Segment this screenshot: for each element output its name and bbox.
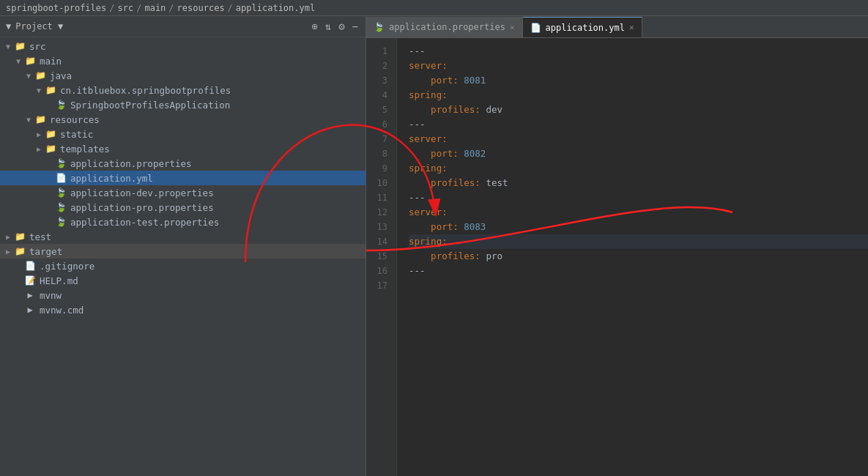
code-line-8: port: 8082 — [409, 146, 868, 161]
tab-app-yml[interactable]: 📄 application.yml ✕ — [523, 17, 642, 37]
line-number-8: 8 — [366, 146, 392, 161]
breadcrumb-resources: resources — [177, 3, 225, 13]
folder-icon-src: 📁 — [13, 40, 26, 52]
tree-item-app-dev[interactable]: 🍃 application-dev.properties — [0, 185, 366, 200]
properties-icon: 🍃 — [54, 157, 67, 169]
properties-test-icon: 🍃 — [54, 216, 67, 228]
code-line-15: profiles: pro — [409, 249, 868, 264]
title-bar: springboot-profiles / src / main / resou… — [0, 0, 868, 16]
code-line-6: --- — [409, 117, 868, 132]
editor-tabs: 🍃 application.properties ✕ 📄 application… — [366, 16, 868, 38]
sidebar-toolbar: ▼ Project ▼ ⊕ ⇅ ⚙ − — [0, 16, 366, 37]
tree-item-java[interactable]: ▼ 📁 java — [0, 68, 366, 83]
folder-icon-package: 📁 — [44, 84, 57, 96]
folder-icon-target: 📁 — [13, 245, 26, 257]
code-line-12: server: — [409, 205, 868, 220]
sidebar-title: ▼ Project ▼ — [6, 21, 304, 31]
target-icon[interactable]: ⊕ — [310, 19, 319, 34]
code-line-1: --- — [409, 44, 868, 59]
settings-icon[interactable]: ⚙ — [337, 19, 346, 34]
code-line-14: spring: — [409, 234, 868, 249]
label-app-yml: application.yml — [70, 173, 153, 184]
line-number-10: 10 — [366, 176, 392, 190]
label-app-class: SpringbootProfilesApplication — [70, 100, 230, 111]
label-package: cn.itbluebox.springbootprofiles — [60, 85, 231, 96]
tree-item-target[interactable]: ▶ 📁 target — [0, 244, 366, 259]
tree-item-help[interactable]: 📝 HELP.md — [0, 273, 366, 288]
java-class-icon: 🍃 — [54, 99, 67, 111]
label-app-dev: application-dev.properties — [70, 187, 214, 198]
line-number-15: 15 — [366, 249, 392, 264]
collapse-all-icon[interactable]: ⇅ — [324, 19, 333, 34]
line-number-5: 5 — [366, 103, 392, 117]
tree-item-resources[interactable]: ▼ 📁 resources — [0, 112, 366, 127]
code-line-7: server: — [409, 132, 868, 146]
line-number-3: 3 — [366, 73, 392, 88]
tab-app-yml-close[interactable]: ✕ — [629, 23, 634, 32]
line-number-12: 12 — [366, 205, 392, 220]
folder-icon-java: 📁 — [34, 70, 47, 81]
tree-item-mvnw-cmd[interactable]: ▶ mvnw.cmd — [0, 302, 366, 317]
label-app-test: application-test.properties — [70, 217, 219, 228]
code-area[interactable]: ---server: port: 8081spring: profiles: d… — [397, 38, 868, 476]
tree-item-app-pro[interactable]: 🍃 application-pro.properties — [0, 200, 366, 215]
arrow-package: ▼ — [34, 86, 44, 94]
arrow-src: ▼ — [3, 42, 13, 51]
label-app-props: application.properties — [70, 158, 192, 169]
tree-item-test[interactable]: ▶ 📁 test — [0, 229, 366, 244]
line-number-13: 13 — [366, 220, 392, 234]
arrow-target: ▶ — [3, 248, 13, 256]
line-number-2: 2 — [366, 59, 392, 73]
tree-item-mvnw[interactable]: ▶ mvnw — [0, 288, 366, 302]
tree-item-gitignore[interactable]: 📄 .gitignore — [0, 259, 366, 273]
tab-app-yml-label: application.yml — [546, 23, 625, 33]
folder-icon-static: 📁 — [44, 128, 57, 140]
line-number-1: 1 — [366, 44, 392, 59]
line-number-17: 17 — [366, 278, 392, 293]
tree-item-package[interactable]: ▼ 📁 cn.itbluebox.springbootprofiles — [0, 83, 366, 97]
tree-item-main[interactable]: ▼ 📁 main — [0, 53, 366, 68]
label-mvnw: mvnw — [40, 290, 62, 301]
line-numbers: 1234567891011121314151617 — [366, 38, 397, 476]
tab-app-properties-close[interactable]: ✕ — [510, 23, 515, 32]
label-resources: resources — [50, 114, 100, 125]
label-src: src — [29, 41, 46, 52]
tree-item-app-test[interactable]: 🍃 application-test.properties — [0, 215, 366, 229]
mvnw-icon: ▶ — [23, 289, 37, 301]
tree-item-static[interactable]: ▶ 📁 static — [0, 127, 366, 141]
arrow-java: ▼ — [23, 72, 34, 80]
breadcrumb-file: application.yml — [236, 3, 315, 13]
code-line-17 — [409, 278, 868, 293]
tree-item-templates[interactable]: ▶ 📁 templates — [0, 141, 366, 156]
close-sidebar-icon[interactable]: − — [351, 19, 360, 34]
folder-icon-main: 📁 — [23, 55, 37, 67]
sidebar[interactable]: ▼ Project ▼ ⊕ ⇅ ⚙ − ▼ 📁 src ▼ — [0, 16, 366, 476]
label-java: java — [50, 70, 72, 81]
tab-app-yml-icon: 📄 — [530, 23, 541, 33]
line-number-7: 7 — [366, 132, 392, 146]
tree-item-app-props[interactable]: 🍃 application.properties — [0, 156, 366, 171]
arrow-main: ▼ — [13, 57, 23, 65]
editor-wrapper: 🍃 application.properties ✕ 📄 application… — [366, 16, 868, 476]
line-number-11: 11 — [366, 190, 392, 205]
label-help: HELP.md — [40, 275, 78, 286]
arrow-test: ▶ — [3, 233, 13, 241]
tree-item-app-yml[interactable]: 📄 application.yml — [0, 171, 366, 185]
properties-dev-icon: 🍃 — [54, 187, 67, 198]
tab-app-properties-icon: 🍃 — [374, 22, 385, 32]
tree-item-src[interactable]: ▼ 📁 src — [0, 39, 366, 53]
code-line-16: --- — [409, 264, 868, 278]
tree-item-app-class[interactable]: 🍃 SpringbootProfilesApplication — [0, 97, 366, 112]
project-label: Project ▼ — [15, 21, 63, 31]
line-number-9: 9 — [366, 161, 392, 176]
properties-pro-icon: 🍃 — [54, 201, 67, 213]
tab-app-properties[interactable]: 🍃 application.properties ✕ — [366, 17, 523, 37]
mvnw-cmd-icon: ▶ — [23, 304, 37, 316]
label-templates: templates — [60, 144, 110, 155]
line-number-4: 4 — [366, 88, 392, 103]
line-number-14: 14 — [366, 234, 392, 249]
line-number-16: 16 — [366, 264, 392, 278]
arrow-templates: ▶ — [34, 145, 44, 153]
label-gitignore: .gitignore — [40, 261, 94, 272]
label-main: main — [40, 56, 62, 67]
